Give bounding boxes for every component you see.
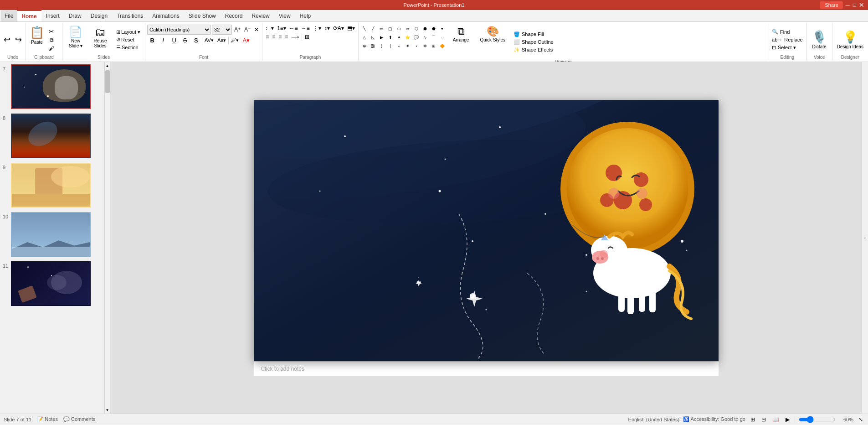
- shape-rtri-button[interactable]: ◺: [369, 33, 377, 41]
- copy-button[interactable]: ⧉: [47, 36, 56, 44]
- align-center-button[interactable]: ≡: [271, 33, 277, 41]
- tab-slideshow[interactable]: Slide Show: [184, 10, 221, 21]
- shape-fill-button[interactable]: 🪣Shape Fill: [512, 31, 555, 38]
- zoom-slider[interactable]: [799, 416, 835, 423]
- tab-insert[interactable]: Insert: [41, 10, 64, 21]
- shape-star-button[interactable]: ✦: [395, 33, 403, 41]
- tab-file[interactable]: File: [1, 10, 17, 21]
- shape-oval-button[interactable]: ⬭: [395, 25, 403, 33]
- slide-item-9[interactable]: 9: [0, 161, 104, 210]
- dictate-button[interactable]: 🎙️ Dictate: [809, 29, 829, 50]
- slide-sorter-btn[interactable]: ⊟: [760, 416, 767, 423]
- shape-more-button[interactable]: ▾: [438, 25, 447, 33]
- slide-item-10[interactable]: 10: [0, 210, 104, 259]
- shape-rect-button[interactable]: ▭: [378, 25, 386, 33]
- bold-button[interactable]: B: [147, 36, 157, 45]
- shape-extra1-button[interactable]: ⟩: [378, 42, 386, 50]
- text-highlight-button[interactable]: 🖊▾: [230, 37, 240, 44]
- slide-item-8[interactable]: 8: [0, 111, 104, 161]
- cut-button[interactable]: ✂: [47, 27, 56, 36]
- paste-button[interactable]: 📋 Paste: [28, 25, 46, 55]
- right-collapse-handle[interactable]: ›: [862, 62, 868, 414]
- font-size-change-button[interactable]: Aa▾: [216, 37, 227, 44]
- strikethrough-button[interactable]: S: [180, 36, 190, 45]
- scroll-down-button[interactable]: ▼: [105, 407, 110, 413]
- align-left-button[interactable]: ≡: [264, 33, 270, 41]
- tab-animations[interactable]: Animations: [148, 10, 184, 21]
- justify-button[interactable]: ≡: [283, 33, 289, 41]
- align-text-button[interactable]: ⬒▾: [346, 25, 356, 32]
- notes-btn[interactable]: 📝 Notes: [37, 416, 58, 422]
- rtl-button[interactable]: ⟶: [290, 33, 300, 41]
- shape-isot-button[interactable]: ▱: [404, 25, 412, 33]
- shape-tri-button[interactable]: △: [360, 33, 369, 41]
- shape-more3-button[interactable]: ⬟: [430, 25, 438, 33]
- tab-home[interactable]: Home: [17, 10, 41, 21]
- increase-indent-button[interactable]: →≡: [300, 25, 311, 32]
- shape-extra2-button[interactable]: ⟨: [386, 42, 395, 50]
- decrease-font-size-button[interactable]: A⁻: [243, 26, 252, 33]
- italic-button[interactable]: I: [158, 36, 168, 45]
- shape-line-button[interactable]: ╲: [360, 25, 369, 33]
- undo-button[interactable]: ↩: [2, 34, 12, 46]
- bullets-button[interactable]: ≔▾: [264, 25, 275, 32]
- layout-button[interactable]: ⊞Layout ▾: [113, 29, 143, 36]
- tab-view[interactable]: View: [274, 10, 295, 21]
- comments-btn[interactable]: 💬 Comments: [63, 416, 95, 422]
- tab-draw[interactable]: Draw: [64, 10, 86, 21]
- arrange-button[interactable]: ⧉ Arrange: [450, 25, 472, 59]
- clear-formatting-button[interactable]: ✕: [253, 26, 260, 33]
- find-button[interactable]: 🔍Find: [770, 28, 805, 35]
- shape-extra8-button[interactable]: 🔶: [438, 42, 447, 50]
- redo-button[interactable]: ↪: [13, 34, 24, 46]
- shape-eq-button[interactable]: ⊕: [360, 42, 369, 50]
- numbering-button[interactable]: 1≡▾: [276, 25, 288, 32]
- line-spacing-button[interactable]: ↕▾: [323, 25, 331, 32]
- decrease-indent-button[interactable]: ←≡: [288, 25, 299, 32]
- quick-styles-button[interactable]: 🎨 Quick Styles: [477, 25, 508, 59]
- shape-line2-button[interactable]: ╱: [369, 25, 377, 33]
- select-button[interactable]: ⊡Select ▾: [770, 44, 805, 51]
- columns-button[interactable]: ⋮▾: [312, 25, 323, 32]
- slide-item-7[interactable]: 7: [0, 62, 104, 111]
- shape-star2-button[interactable]: ⭐: [404, 33, 412, 41]
- shape-more2-button[interactable]: ⬢: [421, 25, 429, 33]
- format-painter-button[interactable]: 🖌: [47, 45, 56, 52]
- font-size-select[interactable]: 32: [212, 25, 232, 35]
- tab-design[interactable]: Design: [86, 10, 112, 21]
- reading-view-btn[interactable]: 📖: [771, 416, 781, 423]
- slide-panel-scrollbar[interactable]: ▲ ▼: [105, 62, 110, 414]
- shape-extra4-button[interactable]: ✶: [404, 42, 412, 50]
- shape-arrow1-button[interactable]: ▶: [378, 33, 386, 41]
- normal-view-btn[interactable]: ⊞: [749, 416, 756, 423]
- tab-review[interactable]: Review: [247, 10, 274, 21]
- close-icon[interactable]: ✕: [859, 1, 864, 9]
- slide-item-11[interactable]: 11: [0, 259, 104, 308]
- accessibility-btn[interactable]: ♿ Accessibility: Good to go: [683, 416, 745, 422]
- notes-area[interactable]: Click to add notes: [254, 361, 719, 376]
- shape-extra3-button[interactable]: ⬦: [395, 42, 403, 50]
- increase-font-size-button[interactable]: A⁺: [233, 26, 242, 33]
- shape-callout-button[interactable]: 💬: [412, 33, 421, 41]
- shadow-button[interactable]: S: [191, 36, 201, 45]
- shape-link-button[interactable]: ⛓: [369, 42, 377, 50]
- shape-roundrect-button[interactable]: ▢: [386, 25, 395, 33]
- align-right-button[interactable]: ≡: [277, 33, 283, 41]
- underline-button[interactable]: U: [169, 36, 179, 45]
- presentation-btn[interactable]: ▶: [784, 416, 791, 423]
- reset-button[interactable]: ↺Reset: [113, 36, 143, 43]
- tab-record[interactable]: Record: [221, 10, 247, 21]
- scroll-up-button[interactable]: ▲: [105, 63, 110, 68]
- minimize-icon[interactable]: ─: [846, 1, 850, 9]
- shape-more6-button[interactable]: ⌣: [438, 33, 447, 41]
- font-name-select[interactable]: Calibri (Headings): [147, 25, 211, 35]
- text-direction-button[interactable]: ⟳A▾: [332, 25, 345, 32]
- shape-extra7-button[interactable]: ⊞: [430, 42, 438, 50]
- design-ideas-button[interactable]: 💡 Design Ideas: [834, 29, 866, 50]
- shape-more5-button[interactable]: ⌒: [430, 33, 438, 41]
- section-button[interactable]: ☰Section: [113, 44, 143, 51]
- share-button[interactable]: Share: [820, 1, 842, 9]
- shape-more4-button[interactable]: ∿: [421, 33, 429, 41]
- shape-more1-button[interactable]: ⬡: [412, 25, 421, 33]
- replace-button[interactable]: ab↔Replace: [770, 36, 805, 43]
